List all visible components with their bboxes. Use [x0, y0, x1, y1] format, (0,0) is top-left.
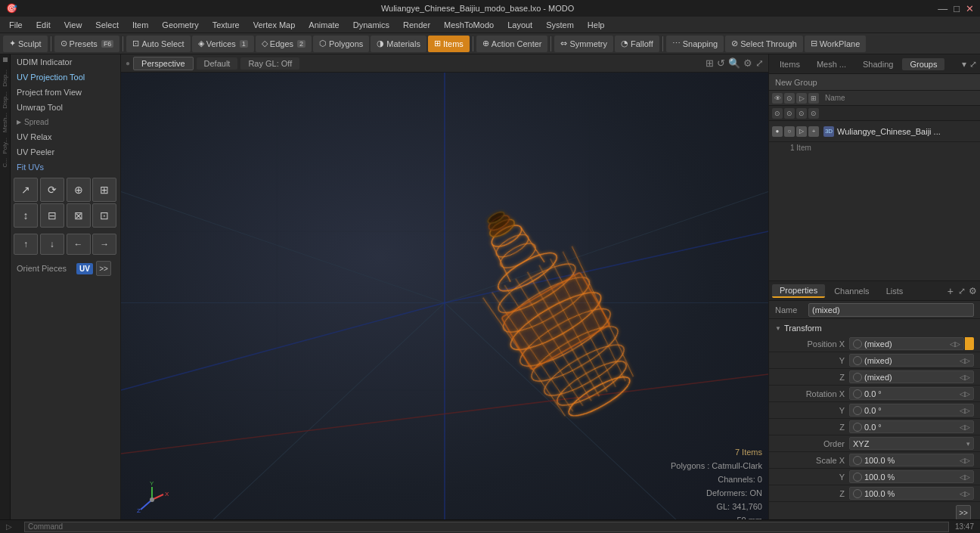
scale-x-circle[interactable] — [853, 456, 862, 465]
unwrap-tool-item[interactable]: Unwrap Tool — [11, 100, 120, 115]
action-center-button[interactable]: ⊕ Action Center — [476, 36, 548, 52]
scale-z-arrow[interactable]: ◁▷ — [960, 490, 970, 497]
col-icon-2-3[interactable]: ⊙ — [796, 108, 807, 119]
scale-y-arrow[interactable]: ◁▷ — [960, 473, 970, 481]
tab-items[interactable]: Items — [772, 58, 808, 70]
menu-select[interactable]: Select — [89, 19, 125, 31]
menu-render[interactable]: Render — [397, 19, 436, 31]
menu-view[interactable]: View — [58, 19, 88, 31]
prop-tab-lists[interactable]: Lists — [879, 285, 911, 297]
menu-file[interactable]: File — [3, 19, 29, 31]
scale-z-field[interactable]: 100.0 % ◁▷ — [849, 487, 974, 500]
pos-z-arrow[interactable]: ◁▷ — [960, 373, 970, 381]
vp-search-icon[interactable]: 🔍 — [728, 57, 740, 69]
tab-mesh[interactable]: Mesh ... — [809, 58, 854, 70]
tool-btn-5[interactable]: ↕ — [14, 203, 38, 228]
scale-y-circle[interactable] — [853, 473, 862, 482]
arrow-left-btn[interactable]: ← — [67, 234, 91, 255]
rot-z-circle[interactable] — [853, 423, 862, 432]
ray-gl-tab[interactable]: Ray GL: Off — [240, 57, 299, 70]
new-group-btn[interactable]: New Group — [769, 74, 980, 91]
rot-x-arrow[interactable]: ◁▷ — [960, 390, 970, 398]
uv-relax-item[interactable]: UV Relax — [11, 129, 120, 144]
order-field[interactable]: XYZ ▾ — [849, 437, 974, 450]
groups-item-row[interactable]: ● ○ ▷ + 3D Wuliangye_Chinese_Baiji ... — [769, 121, 980, 142]
default-tab[interactable]: Default — [197, 57, 238, 70]
rot-x-circle[interactable] — [853, 389, 862, 398]
vp-settings-icon[interactable]: ⚙ — [743, 57, 752, 69]
rot-y-arrow[interactable]: ◁▷ — [960, 407, 970, 414]
menu-vertex-map[interactable]: Vertex Map — [247, 19, 302, 31]
maximize-button[interactable]: □ — [954, 3, 960, 14]
arrow-up-btn[interactable]: ↑ — [14, 234, 38, 255]
tab-groups[interactable]: Groups — [902, 58, 944, 70]
rotation-x-field[interactable]: 0.0 ° ◁▷ — [849, 387, 974, 400]
tool-btn-4[interactable]: ⊞ — [92, 178, 116, 202]
menu-meshtomodo[interactable]: MeshToModo — [438, 19, 500, 31]
pos-x-arrow[interactable]: ◁▷ — [950, 340, 960, 348]
expand-panel-btn[interactable]: >> — [96, 261, 111, 276]
vp-rotate-icon[interactable]: ↺ — [717, 57, 725, 69]
workplane-button[interactable]: ⊟ WorkPlane — [805, 36, 867, 52]
status-arrow-icon[interactable]: ▷ — [6, 522, 12, 531]
symmetry-button[interactable]: ⇔ Symmetry — [554, 36, 613, 52]
item-icon-render[interactable]: ▷ — [796, 126, 807, 137]
uv-projection-tool-item[interactable]: UV Projection Tool — [11, 70, 120, 85]
prop-tab-channels[interactable]: Channels — [826, 285, 876, 297]
scale-z-circle[interactable] — [853, 489, 862, 498]
presets-button[interactable]: ⊙ Presets F6 — [54, 36, 120, 52]
pos-y-circle[interactable] — [853, 356, 862, 365]
select-through-button[interactable]: ⊘ Select Through — [725, 36, 802, 52]
udim-indicator-item[interactable]: UDIM Indicator — [11, 54, 120, 70]
tool-btn-2[interactable]: ⟳ — [40, 178, 64, 202]
pos-x-circle[interactable] — [853, 339, 862, 349]
fit-uvs-item[interactable]: Fit UVs — [11, 160, 120, 175]
position-z-field[interactable]: (mixed) ◁▷ — [849, 370, 974, 383]
tool-btn-8[interactable]: ⊡ — [92, 203, 116, 228]
menu-edit[interactable]: Edit — [30, 19, 57, 31]
minimize-button[interactable]: — — [938, 3, 947, 14]
expand-props-btn[interactable]: >> — [956, 505, 971, 520]
col-icon-2-2[interactable]: ⊙ — [784, 108, 795, 119]
edges-button[interactable]: ◇ Edges 2 — [256, 36, 312, 52]
col-icon-2-1[interactable]: ⊙ — [772, 108, 783, 119]
col-icon-eye[interactable]: 👁 — [772, 93, 783, 104]
panel-dropdown-btn[interactable]: ▾ — [962, 59, 966, 70]
item-icon-vis[interactable]: ● — [772, 126, 783, 137]
polygons-button[interactable]: ⬡ Polygons — [313, 36, 369, 52]
menu-geometry[interactable]: Geometry — [156, 19, 204, 31]
menu-help[interactable]: Help — [581, 19, 611, 31]
item-icon-lock[interactable]: ○ — [784, 126, 795, 137]
items-button[interactable]: ⊞ Items — [428, 36, 470, 52]
vp-expand-icon[interactable]: ⤢ — [755, 57, 764, 69]
viewport-canvas[interactable]: 7 Items Polygons : Catmull-Clark Channel… — [121, 73, 768, 533]
pos-y-arrow[interactable]: ◁▷ — [960, 357, 970, 364]
col-icon-render[interactable]: ▷ — [796, 93, 807, 104]
project-from-view-item[interactable]: Project from View — [11, 85, 120, 100]
name-input[interactable] — [808, 303, 974, 317]
sculpt-button[interactable]: ✦ Sculpt — [3, 36, 48, 52]
viewport-dot[interactable]: ● — [126, 59, 130, 67]
prop-expand-icon[interactable]: ⤢ — [958, 286, 966, 296]
menu-dynamics[interactable]: Dynamics — [347, 19, 395, 31]
col-icon-more[interactable]: ⊞ — [808, 93, 819, 104]
scale-x-arrow[interactable]: ◁▷ — [960, 457, 970, 464]
rotation-y-field[interactable]: 0.0 ° ◁▷ — [849, 404, 974, 417]
perspective-tab[interactable]: Perspective — [133, 57, 193, 70]
menu-animate[interactable]: Animate — [302, 19, 345, 31]
scale-x-field[interactable]: 100.0 % ◁▷ — [849, 454, 974, 466]
vertices-button[interactable]: ◈ Vertices 1 — [192, 36, 254, 52]
pos-z-circle[interactable] — [853, 373, 862, 382]
tool-btn-7[interactable]: ⊠ — [67, 203, 91, 228]
prop-add-btn[interactable]: + — [947, 285, 954, 297]
uv-peeler-item[interactable]: UV Peeler — [11, 144, 120, 160]
order-arrow[interactable]: ▾ — [966, 440, 970, 448]
menu-layout[interactable]: Layout — [501, 19, 538, 31]
prop-tab-properties[interactable]: Properties — [772, 284, 825, 298]
col-icon-2-4[interactable]: ⊙ — [808, 108, 819, 119]
tool-btn-6[interactable]: ⊟ — [40, 203, 64, 228]
scale-y-field[interactable]: 100.0 % ◁▷ — [849, 470, 974, 483]
menu-texture[interactable]: Texture — [206, 19, 246, 31]
falloff-button[interactable]: ◔ Falloff — [615, 36, 659, 52]
col-icon-lock[interactable]: ⊙ — [784, 93, 795, 104]
